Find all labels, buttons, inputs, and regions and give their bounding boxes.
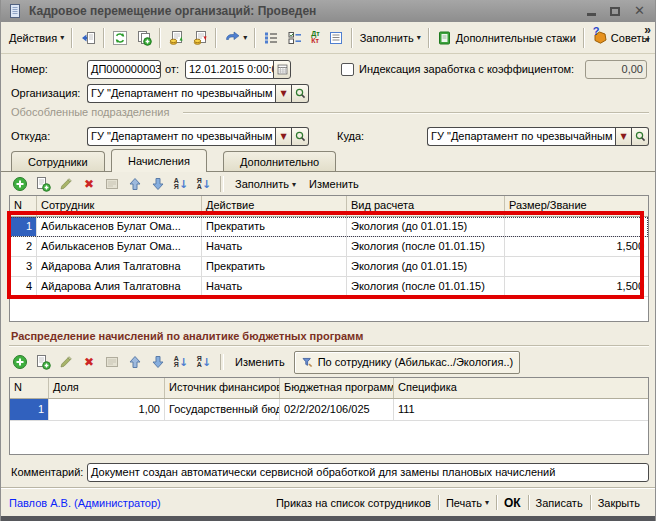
cell-employee[interactable]: Айдарова Алия Талгатовна xyxy=(37,257,202,277)
add-copy-row-button[interactable] xyxy=(34,353,52,371)
delete-row-button[interactable]: ✖ xyxy=(80,353,98,371)
tab-employees[interactable]: Сотрудники xyxy=(11,151,105,171)
column-header-amount[interactable]: Размер/Звание xyxy=(505,196,648,216)
cell-calc-type[interactable]: Экология (после 01.01.15) xyxy=(347,277,505,297)
cell-n[interactable]: 3 xyxy=(10,257,37,277)
table-row[interactable]: 4 Айдарова Алия Талгатовна Начать Эколог… xyxy=(10,277,648,297)
order-list-button[interactable]: Приказ на список сотрудников xyxy=(269,497,438,509)
cell-n[interactable]: 4 xyxy=(10,277,37,297)
tab-additional[interactable]: Дополнительно xyxy=(223,151,336,171)
cell-calc-type[interactable]: Экология (до 01.01.15) xyxy=(347,217,505,237)
column-header-program[interactable]: Бюджетная программа xyxy=(280,378,394,398)
sort-desc-button[interactable]: ЯА↓ xyxy=(195,353,213,371)
edit-row-button[interactable] xyxy=(57,353,75,371)
close-button[interactable]: ✕ xyxy=(634,5,645,17)
date-input[interactable]: 12.01.2015 0:00:00 xyxy=(185,60,274,79)
cell-amount[interactable]: 1,500 xyxy=(505,237,648,257)
tab-accruals[interactable]: Начисления xyxy=(111,149,207,172)
table-row[interactable]: 1 Абилькасенов Булат Ома... Прекратить Э… xyxy=(10,217,648,237)
cell-amount[interactable]: 1,500 xyxy=(505,277,648,297)
add-row-button[interactable] xyxy=(11,353,29,371)
column-header-share[interactable]: Доля xyxy=(49,378,165,398)
column-header-calc-type[interactable]: Вид расчета xyxy=(347,196,505,216)
table-row[interactable]: 3 Айдарова Алия Талгатовна Прекратить Эк… xyxy=(10,257,648,277)
save-button[interactable]: Записать xyxy=(529,497,590,509)
cell-program[interactable]: 02/2/202/106/025 xyxy=(280,399,394,421)
cell-source[interactable]: Государственный бюджет xyxy=(165,399,280,421)
sort-asc-button[interactable]: АЯ↓ xyxy=(172,353,190,371)
user-link[interactable]: Павлов А.В. (Администратор) xyxy=(9,497,161,509)
distribution-change-button[interactable]: Изменить xyxy=(231,353,289,371)
cell-employee[interactable]: Айдарова Алия Талгатовна xyxy=(37,277,202,297)
minimize-button[interactable] xyxy=(587,6,596,16)
ok-button[interactable]: ОК xyxy=(497,496,528,510)
cell-calc-type[interactable]: Экология (до 01.01.15) xyxy=(347,257,505,277)
number-input[interactable]: ДП000000003 xyxy=(87,60,161,79)
dtkt-button[interactable]: ДтКт xyxy=(307,29,323,46)
fill-button[interactable]: Заполнить ▾ xyxy=(356,30,425,46)
from-dropdown-button[interactable]: ▼ xyxy=(275,127,292,146)
sort-asc-button[interactable]: АЯ↓ xyxy=(172,175,190,193)
calendar-button[interactable] xyxy=(273,60,291,79)
accruals-change-button[interactable]: Изменить xyxy=(305,175,363,193)
comment-input[interactable]: Документ создан автоматически сервисной … xyxy=(87,463,649,482)
refresh-button[interactable] xyxy=(108,28,132,48)
table-row[interactable]: 2 Абилькасенов Булат Ома... Начать Эколо… xyxy=(10,237,648,257)
structure-button[interactable] xyxy=(259,28,283,48)
cell-action[interactable]: Прекратить xyxy=(202,257,347,277)
cell-employee[interactable]: Абилькасенов Булат Ома... xyxy=(37,217,202,237)
delete-row-button[interactable]: ✖ xyxy=(80,175,98,193)
checkbox-list-button[interactable] xyxy=(283,28,307,48)
cell-action[interactable]: Прекратить xyxy=(202,217,347,237)
cell-n[interactable]: 1 xyxy=(10,399,49,421)
column-header-source[interactable]: Источник финансирован... xyxy=(165,378,280,398)
report-button[interactable] xyxy=(324,28,348,48)
column-header-n[interactable]: N xyxy=(10,196,37,216)
cell-spec[interactable]: 111 xyxy=(394,399,648,421)
from-search-button[interactable] xyxy=(292,127,309,146)
table-row[interactable]: 1 1,00 Государственный бюджет 02/2/202/1… xyxy=(10,399,648,421)
copy-button[interactable] xyxy=(132,28,156,48)
move-up-button[interactable] xyxy=(126,353,144,371)
to-dropdown-button[interactable]: ▼ xyxy=(615,127,632,146)
to-value[interactable]: ГУ "Департамент по чрезвычайным xyxy=(427,127,615,146)
move-up-button[interactable] xyxy=(126,175,144,193)
organization-dropdown-button[interactable]: ▼ xyxy=(275,84,292,103)
reread-button[interactable] xyxy=(76,28,100,48)
cell-calc-type[interactable]: Экология (после 01.01.15) xyxy=(347,237,505,257)
accruals-fill-button[interactable]: Заполнить ▾ xyxy=(231,175,300,193)
column-header-action[interactable]: Действие xyxy=(202,196,347,216)
cell-action[interactable]: Начать xyxy=(202,237,347,257)
cell-employee[interactable]: Абилькасенов Булат Ома... xyxy=(37,237,202,257)
column-header-spec[interactable]: Специфика xyxy=(394,378,648,398)
move-down-button[interactable] xyxy=(149,353,167,371)
move-down-button[interactable] xyxy=(149,175,167,193)
toolbar-overflow-button[interactable]: » ▾ xyxy=(644,25,651,45)
add-copy-row-button[interactable] xyxy=(34,175,52,193)
from-combo[interactable]: ГУ "Департамент по чрезвычайным ▼ xyxy=(87,127,309,146)
sort-desc-button[interactable]: ЯА↓ xyxy=(195,175,213,193)
cell-n[interactable]: 2 xyxy=(10,237,37,257)
edit-row-button[interactable] xyxy=(57,175,75,193)
go-button[interactable]: ▾ xyxy=(220,28,251,48)
to-combo[interactable]: ГУ "Департамент по чрезвычайным ▼ xyxy=(427,127,649,146)
organization-combo[interactable]: ГУ "Департамент по чрезвычайным ▼ xyxy=(87,84,309,103)
add-row-button[interactable] xyxy=(11,175,29,193)
filter-by-employee-toggle[interactable]: По сотруднику (Абилькас../Экология..) xyxy=(294,351,521,374)
cell-amount[interactable] xyxy=(505,217,648,237)
column-header-n[interactable]: N xyxy=(10,378,49,398)
cell-amount[interactable] xyxy=(505,257,648,277)
maximize-button[interactable] xyxy=(610,7,620,16)
column-header-employee[interactable]: Сотрудник xyxy=(37,196,202,216)
organization-value[interactable]: ГУ "Департамент по чрезвычайным xyxy=(87,84,275,103)
unpost-button[interactable] xyxy=(188,28,212,48)
cell-share[interactable]: 1,00 xyxy=(49,399,165,421)
indexation-checkbox[interactable] xyxy=(341,63,354,76)
print-button[interactable]: Печать ▾ xyxy=(439,497,496,509)
extra-experience-button[interactable]: Дополнительные стажи xyxy=(433,28,580,48)
from-value[interactable]: ГУ "Департамент по чрезвычайным xyxy=(87,127,275,146)
cell-n[interactable]: 1 xyxy=(10,217,37,237)
cell-action[interactable]: Начать xyxy=(202,277,347,297)
close-form-button[interactable]: Закрыть xyxy=(591,497,647,509)
organization-search-button[interactable] xyxy=(292,84,309,103)
